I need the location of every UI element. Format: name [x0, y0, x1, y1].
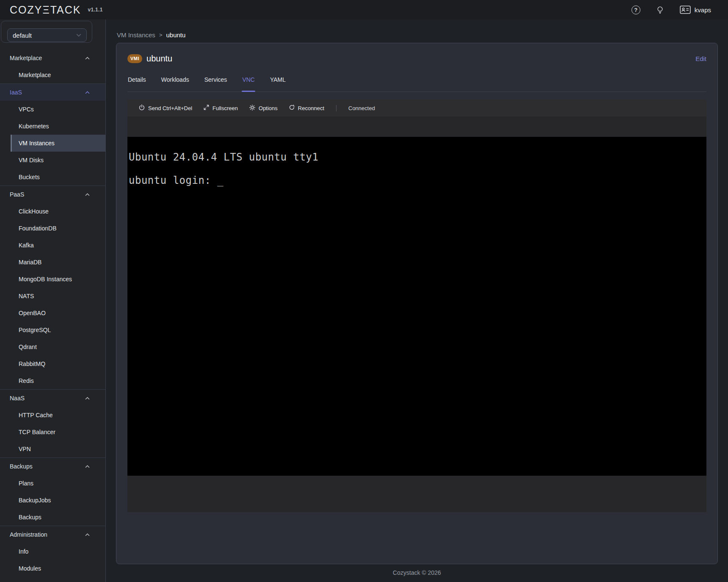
help-icon[interactable]: ?: [631, 6, 640, 14]
vnc-connection-status: Connected: [348, 105, 375, 111]
nav-section-paas: PaaSClickHouseFoundationDBKafkaMariaDBMo…: [0, 186, 105, 389]
section-label: PaaS: [10, 191, 85, 198]
sidebar-item-backupjobs[interactable]: BackupJobs: [0, 492, 105, 509]
chevron-up-icon: [85, 57, 90, 60]
section-header-paas[interactable]: PaaS: [0, 186, 105, 203]
tab-details[interactable]: Details: [127, 76, 146, 91]
sidebar-item-plans[interactable]: Plans: [0, 475, 105, 492]
sidebar-item-foundationdb[interactable]: FoundationDB: [0, 220, 105, 237]
terminal-line-1: Ubuntu 24.04.4 LTS ubuntu tty1: [129, 151, 706, 163]
section-header-backups[interactable]: Backups: [0, 458, 105, 475]
breadcrumb-separator: >: [159, 32, 163, 38]
card-header: VMI ubuntu Edit: [127, 50, 706, 67]
sidebar-item-vpn[interactable]: VPN: [0, 441, 105, 457]
vmi-badge: VMI: [127, 54, 142, 63]
sidebar-item-vm-disks[interactable]: VM Disks: [0, 152, 105, 169]
sidebar-item-rabbitmq[interactable]: RabbitMQ: [0, 355, 105, 372]
sidebar-item-nats[interactable]: NATS: [0, 288, 105, 305]
project-panel: default: [1, 21, 92, 43]
tab-services[interactable]: Services: [204, 76, 228, 91]
sidebar-item-postgresql[interactable]: PostgreSQL: [0, 321, 105, 338]
vnc-container: Send Ctrl+Alt+Del Fullscreen: [127, 100, 706, 512]
sidebar: default MarketplaceMarketplaceIaaSVPCsKu…: [0, 19, 106, 582]
breadcrumb: VM Instances > ubuntu: [106, 19, 728, 39]
footer-copyright: Cozystack © 2026: [106, 569, 728, 576]
sidebar-item-marketplace[interactable]: Marketplace: [0, 67, 105, 83]
fullscreen-icon: [203, 104, 210, 112]
namespace-select[interactable]: default: [7, 28, 87, 42]
page-title: ubuntu: [146, 54, 172, 64]
toolbar-divider: [336, 105, 336, 111]
app-version: v1.1.1: [88, 7, 103, 13]
username: kvaps: [695, 6, 711, 14]
sidebar-item-kafka[interactable]: Kafka: [0, 237, 105, 254]
tab-bar: DetailsWorkloadsServicesVNCYAML: [127, 76, 706, 92]
nav-section-administration: AdministrationInfoModules: [0, 526, 105, 577]
section-header-iaas[interactable]: IaaS: [0, 84, 105, 101]
nav-section-naas: NaaSHTTP CacheTCP BalancerVPN: [0, 389, 105, 457]
chevron-up-icon: [85, 91, 90, 94]
section-label: IaaS: [10, 89, 85, 96]
nav-section-iaas: IaaSVPCsKubernetesVM InstancesVM DisksBu…: [0, 83, 105, 186]
section-header-marketplace[interactable]: Marketplace: [0, 50, 105, 67]
chevron-down-icon: [76, 33, 81, 37]
topbar-actions: ? kvaps: [631, 0, 711, 19]
cozystack-logo: COZYΞTACK: [10, 4, 81, 16]
sidebar-item-openbao[interactable]: OpenBAO: [0, 305, 105, 321]
sidebar-item-mongodb-instances[interactable]: MongoDB Instances: [0, 271, 105, 288]
breadcrumb-vm-instances[interactable]: VM Instances: [117, 31, 155, 39]
terminal-line-2: ubuntu login: _: [129, 175, 706, 186]
sidebar-item-info[interactable]: Info: [0, 543, 105, 560]
chevron-up-icon: [85, 465, 90, 468]
sidebar-item-vpcs[interactable]: VPCs: [0, 101, 105, 118]
sidebar-item-tcp-balancer[interactable]: TCP Balancer: [0, 424, 105, 441]
section-label: NaaS: [10, 395, 85, 402]
tab-yaml[interactable]: YAML: [270, 76, 286, 91]
user-badge-icon: [680, 6, 691, 14]
vnc-screen[interactable]: Ubuntu 24.04.4 LTS ubuntu tty1 ubuntu lo…: [127, 137, 706, 476]
sidebar-item-redis[interactable]: Redis: [0, 372, 105, 389]
sidebar-item-vm-instances[interactable]: VM Instances: [11, 135, 105, 152]
sidebar-item-clickhouse[interactable]: ClickHouse: [0, 203, 105, 220]
namespace-select-value: default: [13, 32, 76, 39]
chevron-up-icon: [85, 193, 90, 196]
topbar: COZYΞTACK v1.1.1 ? kvaps: [0, 0, 728, 19]
sidebar-item-mariadb[interactable]: MariaDB: [0, 254, 105, 271]
gear-icon: [249, 104, 256, 112]
options-button[interactable]: Options: [249, 104, 278, 112]
sidebar-item-buckets[interactable]: Buckets: [0, 169, 105, 186]
section-header-naas[interactable]: NaaS: [0, 390, 105, 407]
section-label: Backups: [10, 463, 85, 470]
tab-vnc[interactable]: VNC: [242, 76, 255, 91]
tab-workloads[interactable]: Workloads: [161, 76, 190, 91]
sidebar-nav: MarketplaceMarketplaceIaaSVPCsKubernetes…: [0, 50, 105, 577]
main-content: VM Instances > ubuntu VMI ubuntu Edit De…: [106, 19, 728, 582]
nav-section-marketplace: MarketplaceMarketplace: [0, 50, 105, 83]
breadcrumb-current: ubuntu: [166, 31, 185, 39]
edit-button[interactable]: Edit: [695, 55, 706, 62]
section-header-administration[interactable]: Administration: [0, 526, 105, 543]
section-label: Marketplace: [10, 55, 85, 61]
sidebar-item-qdrant[interactable]: Qdrant: [0, 338, 105, 355]
section-label: Administration: [10, 531, 85, 538]
user-menu[interactable]: kvaps: [680, 6, 711, 14]
sidebar-item-backups[interactable]: Backups: [0, 509, 105, 526]
nav-section-backups: BackupsPlansBackupJobsBackups: [0, 457, 105, 526]
chevron-up-icon: [85, 533, 90, 536]
reconnect-icon: [289, 104, 295, 112]
lightbulb-icon[interactable]: [656, 6, 664, 14]
chevron-up-icon: [85, 397, 90, 400]
vm-instance-card: VMI ubuntu Edit DetailsWorkloadsServices…: [116, 43, 718, 564]
reconnect-button[interactable]: Reconnect: [289, 104, 324, 112]
sidebar-item-http-cache[interactable]: HTTP Cache: [0, 407, 105, 424]
send-ctrl-alt-del-button[interactable]: Send Ctrl+Alt+Del: [138, 104, 192, 112]
fullscreen-button[interactable]: Fullscreen: [203, 104, 238, 112]
login-prompt: ubuntu login:: [129, 175, 217, 186]
sidebar-item-kubernetes[interactable]: Kubernetes: [0, 118, 105, 135]
vnc-toolbar: Send Ctrl+Alt+Del Fullscreen: [127, 100, 706, 116]
terminal-cursor: _: [217, 175, 223, 186]
sidebar-item-modules[interactable]: Modules: [0, 560, 105, 577]
power-icon: [138, 104, 145, 112]
